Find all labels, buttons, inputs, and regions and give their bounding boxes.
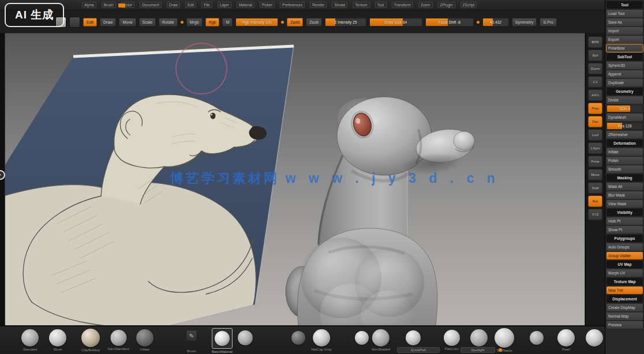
quicksave-icon[interactable] xyxy=(69,17,80,28)
tool-panel-row[interactable]: DynaMesh xyxy=(606,114,643,121)
sculpt-viewport[interactable]: 博艺学习素材网 w w w . j y 3 d . c n xyxy=(5,33,585,326)
tool-panel-row[interactable]: Import xyxy=(606,27,643,35)
tool-panel-row[interactable]: New Txtr xyxy=(606,287,643,294)
selected-material-box[interactable] xyxy=(212,328,233,349)
material-sphere[interactable]: ClayBuildup xyxy=(81,329,100,352)
viewport-toggle-icon[interactable]: Flor xyxy=(588,116,602,127)
viewport-toggle-icon[interactable]: Locl xyxy=(588,129,602,141)
material-sphere[interactable] xyxy=(586,329,603,352)
tool-panel-row[interactable]: Geometry xyxy=(606,88,643,95)
tool-panel-row[interactable]: Hide Pt xyxy=(606,217,643,225)
material-sphere[interactable] xyxy=(291,331,305,350)
paint-toggle-button[interactable]: Mrgb xyxy=(186,18,203,27)
tool-panel-row[interactable]: Sphere3D xyxy=(606,62,643,69)
material-sphere[interactable]: Inflate xyxy=(136,329,153,352)
extra-toggle-button[interactable]: S.Pro xyxy=(540,18,557,27)
viewport-toggle-icon[interactable]: BPR xyxy=(588,36,602,48)
sculpt-slider[interactable]: Z Intensity 25 xyxy=(325,18,366,27)
sculpt-toggle-button[interactable]: Zadd xyxy=(287,18,303,27)
paint-toggle-button[interactable]: Rgb xyxy=(205,18,220,27)
material-sphere[interactable]: MatCap Gray xyxy=(311,329,332,352)
tool-panel-row[interactable]: Masking xyxy=(606,174,643,182)
menu-item[interactable]: Transform xyxy=(392,2,413,8)
tool-panel-row[interactable]: Res 128 xyxy=(606,122,643,130)
viewport-toggle-icon[interactable]: Scal xyxy=(588,182,602,194)
menu-item[interactable]: Draw xyxy=(167,2,180,8)
rgb-intensity-slider[interactable]: Rgb Intensity 100 xyxy=(235,18,278,27)
tool-panel-row[interactable]: Displacement xyxy=(606,295,643,303)
tool-panel-row[interactable]: Mask All xyxy=(606,183,643,190)
menu-item[interactable]: Document xyxy=(140,2,162,8)
tool-panel-row[interactable]: ZRemesher xyxy=(606,131,643,138)
viewport-toggle-icon[interactable]: 1:1 xyxy=(588,76,602,88)
extra-slider[interactable]: 40.432 xyxy=(482,18,509,27)
material-sphere[interactable]: Move xyxy=(49,329,66,352)
menu-item[interactable]: Layer xyxy=(218,2,231,8)
menu-item[interactable]: File xyxy=(201,2,212,8)
tool-panel-row[interactable]: View Mask xyxy=(606,200,643,208)
tool-panel-row[interactable]: SubTool xyxy=(606,53,643,61)
tool-panel-row[interactable]: Create DispMap xyxy=(606,304,643,311)
tool-panel-row[interactable]: Load Tool xyxy=(606,10,643,17)
tool-panel-row[interactable]: Append xyxy=(606,70,643,78)
viewport-toggle-icon[interactable]: Frme xyxy=(588,156,602,167)
menu-item[interactable]: ZPlugin xyxy=(438,2,455,8)
material-sphere[interactable]: DamStandard xyxy=(107,330,129,351)
material-sphere[interactable] xyxy=(355,331,369,350)
material-sphere[interactable]: Standard xyxy=(21,329,39,352)
tool-panel-row[interactable]: Blur Mask xyxy=(606,191,643,199)
tool-panel-row[interactable]: Divide xyxy=(606,96,643,104)
menu-item[interactable]: Edit xyxy=(185,2,196,8)
menu-item[interactable]: Brush xyxy=(102,2,116,8)
menu-item[interactable]: Preferences xyxy=(280,2,305,8)
material-sphere[interactable]: ToyPlastic xyxy=(495,328,514,353)
tool-panel-row[interactable]: Texture Map xyxy=(606,278,643,285)
tool-panel-row[interactable]: UV Map xyxy=(606,261,643,268)
menu-item[interactable]: Zoom xyxy=(418,2,433,8)
tool-panel-row[interactable]: Tool xyxy=(606,1,643,9)
tool-panel-row[interactable]: Inflate xyxy=(606,148,643,156)
mode-toggle-button[interactable]: Move xyxy=(119,18,136,27)
tool-panel-row[interactable]: Morph UV xyxy=(606,269,643,277)
tool-panel-row[interactable]: PolarBear xyxy=(606,44,643,52)
tool-panel-row[interactable]: Smooth xyxy=(606,165,643,173)
menu-item[interactable]: Tool xyxy=(375,2,387,8)
tool-panel-row[interactable]: Polygroups xyxy=(606,235,643,242)
mode-toggle-button[interactable]: Rotate xyxy=(159,18,178,27)
menu-item[interactable]: Material xyxy=(237,2,254,8)
tool-panel-row[interactable]: Save As xyxy=(606,18,643,26)
brush-icon[interactable]: ✎ xyxy=(186,330,197,341)
sculpt-toggle-button[interactable]: Zsub xyxy=(306,18,322,27)
menu-item[interactable]: Texture xyxy=(353,2,369,8)
tool-panel-row[interactable]: Export xyxy=(606,36,643,43)
mode-toggle-button[interactable]: Edit xyxy=(83,18,97,27)
viewport-toggle-icon[interactable]: Zoom xyxy=(588,63,602,74)
material-sphere[interactable] xyxy=(530,331,544,350)
tool-panel-row[interactable]: Polish xyxy=(606,157,643,164)
tool-panel-row[interactable]: Group Visible xyxy=(606,252,643,259)
material-sphere[interactable]: Pearl xyxy=(557,329,575,352)
viewport-toggle-icon[interactable]: Prsp xyxy=(588,103,602,114)
menu-item[interactable]: Alpha xyxy=(82,2,96,8)
menu-item[interactable]: ZScript xyxy=(460,2,477,8)
viewport-toggle-icon[interactable]: Scrl xyxy=(588,50,602,61)
menu-item[interactable]: Picker xyxy=(260,2,275,8)
tool-panel-row[interactable]: Deformation xyxy=(606,140,643,147)
material-sphere[interactable] xyxy=(238,330,253,351)
menu-item[interactable]: Render xyxy=(310,2,327,8)
tool-panel-row[interactable]: Visibility xyxy=(606,209,643,216)
tool-panel-row[interactable]: Preview xyxy=(606,321,643,329)
viewport-toggle-icon[interactable]: AA½ xyxy=(588,89,602,101)
material-sphere[interactable]: SkinShade4 xyxy=(372,329,390,352)
tool-panel-row[interactable]: Auto Groups xyxy=(606,243,643,251)
viewport-toggle-icon[interactable]: Move xyxy=(588,169,602,180)
extra-toggle-button[interactable]: Symmetry xyxy=(512,18,537,27)
sculpt-slider[interactable]: Focal Shift -8 xyxy=(425,18,474,27)
tool-panel-row[interactable]: Normal Map xyxy=(606,312,643,320)
bottom-chip[interactable]: Spotlight xyxy=(460,347,495,353)
viewport-toggle-icon[interactable]: Rot xyxy=(588,195,602,207)
sculpt-slider[interactable]: Draw Size 64 xyxy=(369,18,422,27)
tool-panel-row[interactable]: Duplicate xyxy=(606,79,643,86)
viewport-toggle-icon[interactable]: LSym xyxy=(588,142,602,154)
mode-toggle-button[interactable]: Scale xyxy=(139,18,156,27)
